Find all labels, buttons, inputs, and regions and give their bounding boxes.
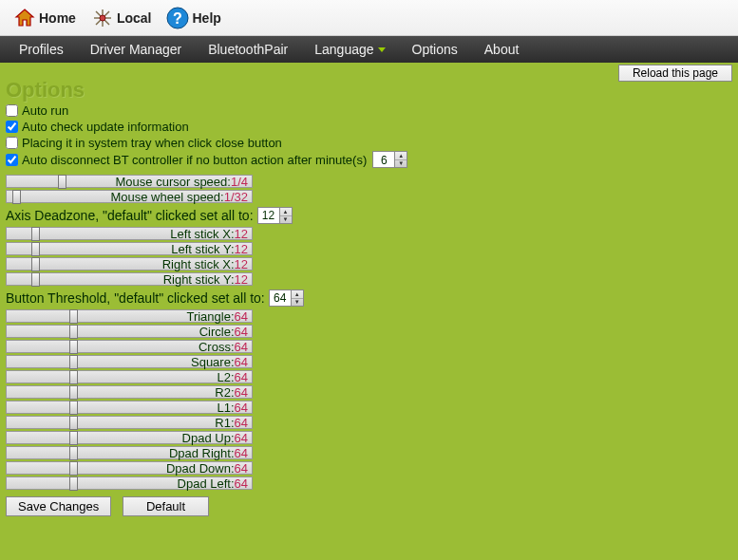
button-threshold-item-slider[interactable]: Dpad Down:64 bbox=[6, 461, 253, 475]
button-threshold-item-label: Dpad Down: bbox=[166, 461, 235, 476]
button-threshold-item-slider[interactable]: Square:64 bbox=[6, 355, 253, 368]
menu-language[interactable]: Language bbox=[301, 37, 398, 62]
button-threshold-item-label: Cross: bbox=[199, 340, 235, 354]
auto-disconnect-spinner[interactable]: 6 ▲ ▼ bbox=[372, 151, 407, 168]
system-tray-checkbox[interactable] bbox=[6, 137, 18, 149]
slider-handle[interactable] bbox=[12, 190, 21, 204]
system-tray-row: Placing it in system tray when click clo… bbox=[6, 135, 732, 151]
button-threshold-item-row: R1:64 bbox=[6, 415, 732, 430]
spinner-up-icon[interactable]: ▲ bbox=[280, 208, 292, 216]
slider-handle[interactable] bbox=[58, 175, 66, 189]
axis-deadzone-item-label: Left stick X: bbox=[170, 227, 234, 241]
slider-handle[interactable] bbox=[69, 476, 78, 491]
axis-deadzone-item-slider[interactable]: Right stick X:12 bbox=[6, 257, 253, 271]
slider-handle[interactable] bbox=[69, 446, 78, 460]
auto-check-update-checkbox[interactable] bbox=[6, 121, 18, 133]
slider-handle[interactable] bbox=[69, 309, 78, 324]
spinner-up-icon[interactable]: ▲ bbox=[395, 152, 407, 160]
menu-options[interactable]: Options bbox=[399, 37, 471, 62]
axis-deadzone-item-row: Right stick X:12 bbox=[6, 256, 732, 271]
axis-deadzone-spinner[interactable]: 12 ▲ ▼ bbox=[257, 207, 293, 224]
spinner-down-icon[interactable]: ▼ bbox=[280, 216, 292, 224]
slider-handle[interactable] bbox=[31, 272, 40, 287]
button-threshold-section: Button Threshold, "default" clicked set … bbox=[6, 289, 732, 307]
menubar: Profiles Driver Manager BluetoothPair La… bbox=[0, 36, 738, 63]
button-threshold-item-slider[interactable]: Dpad Right:64 bbox=[6, 446, 253, 459]
local-label: Local bbox=[117, 10, 152, 26]
button-threshold-item-slider[interactable]: Dpad Up:64 bbox=[6, 431, 253, 444]
help-button[interactable]: ? Help bbox=[161, 5, 226, 31]
axis-deadzone-item-slider[interactable]: Left stick Y:12 bbox=[6, 242, 253, 255]
button-threshold-item-slider[interactable]: R2:64 bbox=[6, 385, 253, 399]
button-threshold-item-label: R2: bbox=[215, 385, 234, 400]
axis-deadzone-item-label: Left stick Y: bbox=[171, 242, 234, 256]
slider-handle[interactable] bbox=[31, 227, 40, 241]
button-threshold-item-label: Triangle: bbox=[186, 309, 234, 324]
auto-run-checkbox[interactable] bbox=[6, 104, 18, 117]
button-threshold-item-slider[interactable]: Circle:64 bbox=[6, 325, 253, 338]
button-threshold-spinner[interactable]: 64 ▲ ▼ bbox=[269, 289, 304, 307]
button-threshold-label: Button Threshold, "default" clicked set … bbox=[6, 290, 265, 306]
button-threshold-item-value: 64 bbox=[235, 416, 248, 430]
button-threshold-item-slider[interactable]: L1:64 bbox=[6, 401, 253, 414]
help-label: Help bbox=[192, 10, 220, 26]
save-changes-button[interactable]: Save Changes bbox=[6, 496, 111, 516]
button-threshold-item-slider[interactable]: Cross:64 bbox=[6, 340, 253, 353]
spinner-down-icon[interactable]: ▼ bbox=[292, 299, 303, 307]
button-threshold-item-row: Circle:64 bbox=[6, 324, 732, 339]
spinner-up-icon[interactable]: ▲ bbox=[292, 290, 303, 299]
button-threshold-item-value: 64 bbox=[235, 431, 248, 445]
button-threshold-item-value: 64 bbox=[235, 340, 248, 354]
button-threshold-item-slider[interactable]: Triangle:64 bbox=[6, 309, 253, 323]
button-threshold-item-row: Dpad Right:64 bbox=[6, 445, 732, 460]
slider-handle[interactable] bbox=[69, 416, 78, 430]
mouse-cursor-speed-value: 1/4 bbox=[231, 175, 248, 189]
slider-handle[interactable] bbox=[69, 431, 78, 445]
axis-deadzone-value: 12 bbox=[258, 208, 279, 223]
button-threshold-item-slider[interactable]: Dpad Left:64 bbox=[6, 476, 253, 490]
slider-handle[interactable] bbox=[31, 242, 40, 256]
slider-handle[interactable] bbox=[69, 385, 78, 400]
axis-deadzone-item-row: Right stick Y:12 bbox=[6, 271, 732, 287]
slider-handle[interactable] bbox=[69, 355, 78, 369]
local-icon bbox=[91, 7, 114, 29]
button-threshold-item-label: R1: bbox=[215, 416, 234, 430]
spinner-down-icon[interactable]: ▼ bbox=[395, 160, 407, 168]
button-threshold-item-value: 64 bbox=[235, 370, 248, 384]
axis-deadzone-item-slider[interactable]: Right stick Y:12 bbox=[6, 272, 253, 286]
axis-deadzone-item-slider[interactable]: Left stick X:12 bbox=[6, 227, 253, 240]
reload-page-button[interactable]: Reload this page bbox=[618, 65, 732, 82]
button-threshold-item-slider[interactable]: L2:64 bbox=[6, 370, 253, 383]
button-threshold-item-label: L2: bbox=[217, 370, 234, 384]
menu-language-label: Language bbox=[314, 42, 373, 57]
mouse-cursor-speed-slider[interactable]: Mouse cursor speed:1/4 bbox=[6, 175, 253, 188]
button-threshold-item-row: Dpad Up:64 bbox=[6, 430, 732, 445]
axis-deadzone-label: Axis Deadzone, "default" clicked set all… bbox=[6, 208, 254, 223]
menu-profiles[interactable]: Profiles bbox=[6, 37, 77, 62]
menu-bluetooth-pair[interactable]: BluetoothPair bbox=[195, 37, 301, 62]
mouse-cursor-speed-row: Mouse cursor speed:1/4 bbox=[6, 174, 732, 189]
default-button[interactable]: Default bbox=[123, 496, 209, 516]
mouse-wheel-speed-slider[interactable]: Mouse wheel speed:1/32 bbox=[6, 190, 253, 203]
slider-handle[interactable] bbox=[69, 461, 78, 476]
home-button[interactable]: Home bbox=[8, 5, 82, 31]
auto-check-update-label: Auto check update information bbox=[22, 119, 189, 135]
slider-handle[interactable] bbox=[31, 257, 40, 271]
button-threshold-item-label: Square: bbox=[191, 355, 235, 369]
slider-handle[interactable] bbox=[69, 340, 78, 354]
slider-handle[interactable] bbox=[69, 401, 78, 415]
slider-handle[interactable] bbox=[69, 370, 78, 384]
slider-handle[interactable] bbox=[69, 325, 78, 339]
menu-about[interactable]: About bbox=[471, 37, 533, 62]
axis-deadzone-item-row: Left stick X:12 bbox=[6, 226, 732, 241]
menu-driver-manager[interactable]: Driver Manager bbox=[77, 37, 195, 62]
button-threshold-item-row: Dpad Left:64 bbox=[6, 476, 732, 491]
local-button[interactable]: Local bbox=[85, 5, 158, 31]
button-threshold-item-value: 64 bbox=[235, 446, 248, 460]
axis-deadzone-item-value: 12 bbox=[235, 257, 248, 271]
top-toolbar: Home Local ? Help bbox=[0, 0, 738, 36]
auto-disconnect-checkbox[interactable] bbox=[6, 154, 18, 166]
button-threshold-item-slider[interactable]: R1:64 bbox=[6, 416, 253, 429]
button-threshold-item-label: L1: bbox=[217, 401, 234, 415]
svg-point-4 bbox=[100, 15, 105, 21]
